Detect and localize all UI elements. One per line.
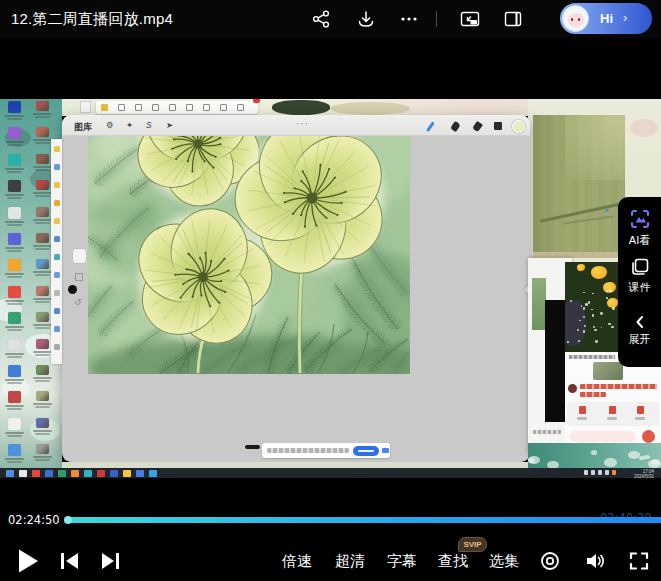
- subtitle-button[interactable]: 字幕: [387, 552, 417, 571]
- ai-view-button[interactable]: AI看: [618, 208, 661, 248]
- desktop-icon: [36, 259, 49, 269]
- quality-button[interactable]: 超清: [335, 552, 365, 571]
- video-player-window: 12.第二周直播回放.mp4 Hi ›: [0, 0, 661, 581]
- desktop-icon: [8, 444, 21, 456]
- find-button[interactable]: 查找: [438, 552, 468, 571]
- chevron-right-icon: ›: [623, 10, 627, 25]
- sidebar-checkbox: [75, 273, 83, 281]
- screenshot-toolbar: [96, 101, 258, 114]
- chat-send-button: [642, 430, 655, 443]
- flower-photo: [565, 262, 620, 352]
- top-bar: 12.第二周直播回放.mp4 Hi ›: [0, 0, 661, 38]
- desktop-icon: [8, 259, 21, 271]
- play-button[interactable]: [16, 548, 40, 574]
- system-tray: [584, 470, 626, 476]
- painting-canvas: [88, 136, 410, 374]
- layers-icon: [494, 122, 502, 130]
- courseware-button[interactable]: 课件: [618, 257, 661, 295]
- hi-label: Hi: [600, 11, 613, 26]
- desktop-icon: [8, 233, 21, 245]
- current-time: 02:24:50: [8, 513, 60, 527]
- episodes-button[interactable]: 选集: [489, 552, 519, 571]
- desktop-icon: [36, 418, 49, 428]
- video-title: 12.第二周直播回放.mp4: [11, 10, 173, 29]
- account-button[interactable]: Hi ›: [560, 3, 652, 34]
- fullscreen-icon[interactable]: [629, 551, 649, 571]
- avatar: [562, 5, 589, 32]
- desktop-icon: [36, 444, 49, 454]
- desktop-icon: [8, 365, 21, 377]
- undo-icon: ↺: [74, 297, 82, 307]
- progress-thumb[interactable]: [64, 516, 72, 524]
- desktop-icon: [36, 339, 49, 349]
- wallpaper-bottom-strip: [528, 443, 661, 468]
- desktop-icon: [8, 207, 21, 219]
- small-window: [80, 101, 91, 113]
- desktop-icon: [8, 418, 21, 430]
- selection-icon: S: [146, 120, 152, 130]
- share-icon[interactable]: [311, 9, 331, 29]
- wallpaper-patch: [330, 102, 410, 115]
- video-frame[interactable]: 图库 ⚙ ✦ S ➤ ··· ↺: [0, 99, 661, 478]
- desktop-icon: [8, 339, 21, 351]
- wallpaper-pink-flower: [630, 119, 658, 137]
- previous-button[interactable]: [60, 551, 80, 571]
- taskbar-clock: 17:042024/5/31: [630, 469, 654, 479]
- toast-button: [353, 446, 379, 456]
- desktop-icon: [36, 286, 49, 296]
- toolbar-divider: [436, 11, 437, 27]
- actions-icon: ⚙: [106, 120, 114, 130]
- desktop-icon: [8, 154, 21, 166]
- windows-taskbar: [0, 468, 661, 478]
- download-icon[interactable]: [356, 9, 376, 29]
- svip-badge: SVIP: [458, 537, 487, 552]
- record-icon[interactable]: [540, 551, 560, 571]
- floating-dot: [68, 285, 77, 294]
- desktop-icon: [8, 101, 21, 113]
- desktop-icon: [36, 101, 49, 111]
- volume-icon[interactable]: [585, 551, 606, 571]
- procreate-titlebar: 图库 ⚙ ✦ S ➤ ···: [62, 115, 530, 136]
- desktop-icon: [36, 127, 49, 137]
- chat-input: [570, 431, 636, 442]
- desktop-icon: [8, 127, 21, 139]
- screen-mirror-window: 图库 ⚙ ✦ S ➤ ··· ↺: [62, 115, 530, 462]
- desktop-icon: [8, 286, 21, 298]
- adjustments-icon: ✦: [126, 120, 133, 130]
- green-painting: [533, 115, 625, 258]
- brush-tool-icon: [426, 121, 434, 131]
- picture-in-picture-icon[interactable]: [460, 9, 480, 29]
- cast-toast: [262, 443, 390, 458]
- eraser-tool-icon: [472, 121, 483, 132]
- toast-text: [267, 448, 349, 453]
- color-swatch: [512, 120, 525, 133]
- desktop-icon: [36, 365, 49, 375]
- expand-button[interactable]: 展开: [618, 315, 661, 347]
- desktop-icon: [36, 391, 49, 401]
- next-button[interactable]: [100, 551, 120, 571]
- desktop-icon: [36, 233, 49, 243]
- desktop-icon: [36, 312, 49, 322]
- wallpaper-dark-plant: [272, 100, 330, 115]
- desktop-icon: [36, 207, 49, 217]
- mini-player-icon[interactable]: [503, 9, 523, 29]
- more-icon[interactable]: [399, 9, 419, 29]
- desktop-icon: [36, 154, 49, 164]
- vertical-toolbar: [51, 139, 62, 364]
- transform-icon: ➤: [166, 120, 173, 130]
- side-overlay-panel: AI看 课件 展开: [618, 197, 661, 367]
- home-indicator: [245, 445, 260, 449]
- gallery-button: 图库: [74, 121, 92, 134]
- sidebar-button: [73, 249, 86, 263]
- desktop-icon: [8, 180, 21, 192]
- desktop-icon: [8, 391, 21, 403]
- smudge-tool-icon: [450, 121, 461, 132]
- desktop-icon: [8, 312, 21, 324]
- speed-button[interactable]: 倍速: [282, 552, 312, 571]
- desktop-icon: [36, 180, 49, 190]
- toast-link: [382, 448, 389, 453]
- progress-bar[interactable]: [66, 517, 661, 523]
- window-dots: ···: [296, 118, 309, 129]
